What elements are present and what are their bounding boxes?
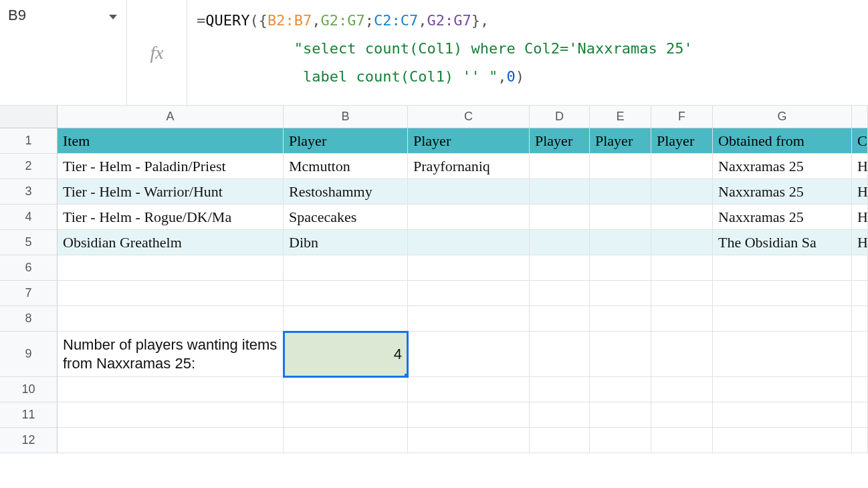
cell[interactable] [852,255,868,281]
cell[interactable] [713,428,852,453]
row-header-11[interactable]: 11 [0,402,58,428]
cell[interactable] [284,255,408,281]
cell[interactable] [651,281,713,306]
formula-input[interactable]: =QUERY({B2:B7,G2:G7;C2:C7,G2:G7}, "selec… [187,0,868,105]
cell[interactable] [852,281,868,306]
cell-H9[interactable] [852,332,868,377]
cell[interactable] [713,255,852,281]
cell-D9[interactable] [530,332,590,377]
cell[interactable] [408,205,530,230]
cell[interactable] [590,306,651,332]
cell[interactable] [530,230,590,255]
cell-F9[interactable] [651,332,713,377]
cell[interactable] [530,377,590,402]
cell[interactable]: Prayfornaniq [408,154,530,179]
cell[interactable] [408,179,530,205]
cell[interactable]: Mcmutton [284,154,408,179]
cell[interactable]: Tier - Helm - Warrior/Hunt [58,179,284,205]
cell[interactable] [651,205,713,230]
col-header-A[interactable]: A [58,106,284,128]
cell[interactable] [590,377,651,402]
cell[interactable] [590,154,651,179]
cell[interactable]: Tier - Helm - Rogue/DK/Ma [58,205,284,230]
cell[interactable] [530,255,590,281]
row-header-1[interactable]: 1 [0,128,58,154]
cell[interactable] [530,154,590,179]
cell[interactable]: Tier - Helm - Paladin/Priest [58,154,284,179]
cell[interactable] [651,428,713,453]
header-player-c[interactable]: Player [408,128,530,154]
cell[interactable] [284,281,408,306]
row-header-2[interactable]: 2 [0,154,58,179]
cell[interactable]: H [852,154,868,179]
fx-icon[interactable]: fx [127,0,187,105]
cell[interactable] [651,255,713,281]
cell[interactable] [408,306,530,332]
cell[interactable]: Naxxramas 25 [713,205,852,230]
row-header-12[interactable]: 12 [0,428,58,453]
cell[interactable]: Naxxramas 25 [713,154,852,179]
cell[interactable]: Dibn [284,230,408,255]
cell[interactable] [408,281,530,306]
cell[interactable] [852,306,868,332]
cell[interactable]: Naxxramas 25 [713,179,852,205]
cell[interactable] [58,281,284,306]
row-header-3[interactable]: 3 [0,179,58,205]
selected-cell-B9[interactable]: 4 [284,332,408,377]
cell[interactable] [713,402,852,428]
row-header-10[interactable]: 10 [0,377,58,402]
cell-C9[interactable] [408,332,530,377]
cell[interactable] [590,205,651,230]
header-player-d[interactable]: Player [530,128,590,154]
cell[interactable] [590,428,651,453]
cell[interactable] [651,306,713,332]
cell[interactable] [651,230,713,255]
cell[interactable] [590,230,651,255]
cell[interactable] [408,230,530,255]
cell[interactable] [590,281,651,306]
cell[interactable] [530,428,590,453]
row-header-5[interactable]: 5 [0,230,58,255]
cell[interactable]: Spacecakes [284,205,408,230]
cell[interactable]: Obsidian Greathelm [58,230,284,255]
cell[interactable] [651,154,713,179]
cell[interactable]: H [852,205,868,230]
col-header-F[interactable]: F [651,106,713,128]
cell[interactable] [530,205,590,230]
row-header-9[interactable]: 9 [0,332,58,377]
header-item[interactable]: Item [58,128,284,154]
name-box-dropdown-icon[interactable] [109,7,126,21]
cell-G9[interactable] [713,332,852,377]
cell[interactable] [713,306,852,332]
cell[interactable] [408,255,530,281]
name-box-container[interactable]: B9 [0,0,127,105]
col-header-C[interactable]: C [408,106,530,128]
col-header-B[interactable]: B [284,106,408,128]
cell[interactable] [530,281,590,306]
cell[interactable] [284,306,408,332]
cell[interactable] [58,255,284,281]
cell[interactable] [651,179,713,205]
cell[interactable] [590,255,651,281]
cell[interactable] [713,281,852,306]
col-header-overflow[interactable] [852,106,868,128]
spreadsheet-grid[interactable]: A B C D E F G 1 Item Player Player Playe… [0,106,868,453]
cell[interactable] [58,402,284,428]
cell-E9[interactable] [590,332,651,377]
cell[interactable] [852,377,868,402]
select-all-corner[interactable] [0,106,58,128]
cell[interactable] [408,428,530,453]
col-header-E[interactable]: E [590,106,651,128]
cell[interactable] [852,402,868,428]
header-player-b[interactable]: Player [284,128,408,154]
cell[interactable] [713,377,852,402]
cell[interactable] [651,402,713,428]
name-box[interactable]: B9 [8,7,109,24]
header-player-e[interactable]: Player [590,128,651,154]
header-player-f[interactable]: Player [651,128,713,154]
cell[interactable] [284,428,408,453]
row-header-7[interactable]: 7 [0,281,58,306]
row-header-8[interactable]: 8 [0,306,58,332]
cell[interactable] [530,402,590,428]
col-header-D[interactable]: D [530,106,590,128]
